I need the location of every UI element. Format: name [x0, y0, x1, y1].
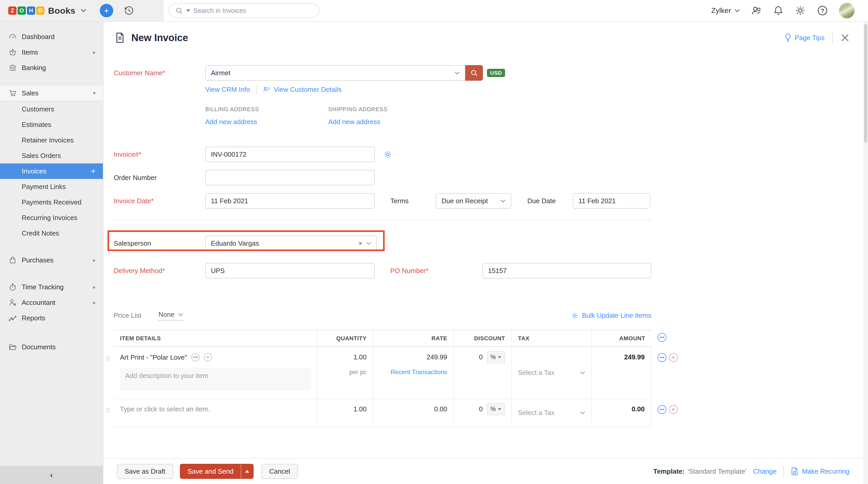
- drag-handle-icon[interactable]: ⠿: [105, 355, 110, 362]
- chevron-down-icon[interactable]: [81, 9, 86, 12]
- sidebar-item-payment-links[interactable]: Payment Links: [0, 179, 103, 194]
- drag-handle-icon[interactable]: ⠿: [105, 407, 110, 415]
- discount-value[interactable]: 0: [479, 405, 483, 413]
- sidebar-collapse-toggle[interactable]: ‹: [0, 466, 103, 484]
- tax-cell[interactable]: Select a Tax: [512, 399, 592, 427]
- sidebar-item-time-tracking[interactable]: Time Tracking ▸: [0, 279, 103, 295]
- quantity-value[interactable]: 1.00: [353, 405, 367, 413]
- save-as-draft-button[interactable]: Save as Draft: [117, 464, 173, 479]
- invoice-number-settings-gear-icon[interactable]: [383, 150, 392, 159]
- sidebar-item-recurring-invoices[interactable]: Recurring Invoices: [0, 210, 103, 225]
- sidebar-item-customers[interactable]: Customers: [0, 101, 103, 117]
- invoice-date-input[interactable]: [205, 193, 375, 209]
- customer-search-button[interactable]: [465, 65, 483, 81]
- po-number-label: PO Number*: [390, 267, 482, 275]
- view-crm-info-link[interactable]: View CRM Info: [205, 86, 250, 94]
- search-input[interactable]: [193, 7, 313, 14]
- bulk-update-line-items-link[interactable]: Bulk Update Line Items: [571, 311, 651, 320]
- help-icon[interactable]: ?: [817, 5, 828, 16]
- recent-transactions-link[interactable]: Recent Transactions: [391, 368, 447, 375]
- sidebar-item-retainer-invoices[interactable]: Retainer Invoices: [0, 132, 103, 148]
- make-recurring-link[interactable]: Make Recurring: [790, 467, 849, 476]
- invoice-form: Customer Name* Airmet USD View CRM Info …: [103, 65, 868, 427]
- order-number-input[interactable]: [205, 170, 375, 185]
- link-label: Add new address: [205, 118, 257, 126]
- sidebar-item-sales[interactable]: Sales ▾: [0, 85, 103, 101]
- sidebar-item-accountant[interactable]: Accountant ▸: [0, 295, 103, 310]
- users-icon[interactable]: [751, 5, 762, 16]
- row-delete-icon[interactable]: ×: [669, 405, 678, 414]
- discount-cell[interactable]: 0 %: [454, 347, 512, 398]
- chart-icon: [8, 313, 17, 323]
- discount-value[interactable]: 0: [479, 353, 483, 361]
- discount-cell[interactable]: 0 %: [454, 399, 512, 427]
- sidebar-item-reports[interactable]: Reports: [0, 310, 103, 326]
- vertical-scrollbar[interactable]: [863, 22, 868, 484]
- zoho-books-logo[interactable]: Z O H O Books: [8, 6, 86, 16]
- sidebar-item-dashboard[interactable]: Dashboard: [0, 29, 103, 44]
- scrollbar-thumb[interactable]: [864, 24, 867, 143]
- global-search[interactable]: [168, 3, 319, 18]
- more-options-icon[interactable]: •••: [658, 333, 666, 342]
- item-details-cell[interactable]: [114, 399, 317, 427]
- quantity-cell[interactable]: 1.00: [317, 399, 373, 427]
- invoice-number-input[interactable]: [205, 147, 375, 162]
- user-avatar[interactable]: [839, 3, 855, 18]
- quantity-value[interactable]: 1.00: [353, 353, 367, 361]
- logo-tile: O: [18, 6, 26, 15]
- price-list-select[interactable]: None: [158, 310, 183, 321]
- item-remove-icon[interactable]: ×: [204, 353, 212, 361]
- search-scope-caret-icon[interactable]: [186, 9, 190, 12]
- view-customer-details-link[interactable]: View Customer Details: [263, 86, 342, 94]
- due-date-input[interactable]: [573, 193, 650, 209]
- terms-select[interactable]: Due on Receipt: [436, 193, 511, 209]
- sidebar-item-purchases[interactable]: Purchases ▸: [0, 252, 103, 268]
- page-tips-link[interactable]: Page Tips: [784, 33, 825, 42]
- rate-cell[interactable]: 0.00: [373, 399, 454, 427]
- add-billing-address-link[interactable]: Add new address: [205, 118, 328, 126]
- add-shipping-address-link[interactable]: Add new address: [328, 118, 451, 126]
- item-name[interactable]: Art Print - "Polar Love": [120, 354, 187, 361]
- main-content: New Invoice Page Tips Customer Name* Air…: [103, 22, 868, 484]
- cancel-button[interactable]: Cancel: [261, 464, 298, 479]
- item-description-input[interactable]: [120, 368, 311, 390]
- close-icon[interactable]: [841, 33, 849, 42]
- row-more-icon[interactable]: •••: [658, 353, 666, 362]
- change-template-link[interactable]: Change: [753, 467, 776, 476]
- tax-cell[interactable]: Select a Tax: [512, 347, 592, 398]
- sidebar-item-payments-received[interactable]: Payments Received: [0, 194, 103, 210]
- sidebar-item-sales-orders[interactable]: Sales Orders: [0, 148, 103, 163]
- salesperson-select[interactable]: Eduardo Vargas ×: [205, 236, 377, 251]
- sidebar-item-banking[interactable]: Banking: [0, 60, 103, 75]
- item-more-icon[interactable]: •••: [191, 353, 199, 361]
- org-switcher[interactable]: Zylker: [711, 6, 740, 15]
- plus-icon[interactable]: +: [91, 167, 96, 176]
- save-and-send-button[interactable]: Save and Send: [180, 464, 241, 479]
- sidebar-item-documents[interactable]: Documents: [0, 339, 103, 355]
- discount-unit-select[interactable]: %: [487, 403, 505, 415]
- row-actions: ••• ×: [658, 405, 678, 414]
- item-select-input[interactable]: [120, 405, 290, 413]
- rate-cell[interactable]: 249.99 Recent Transactions: [373, 347, 454, 398]
- notifications-bell-icon[interactable]: [773, 5, 784, 16]
- row-delete-icon[interactable]: ×: [669, 353, 678, 362]
- item-details-cell[interactable]: Art Print - "Polar Love" ••• ×: [114, 347, 317, 398]
- discount-unit-select[interactable]: %: [487, 351, 505, 363]
- sidebar-item-label: Sales: [22, 89, 93, 97]
- customer-select[interactable]: Airmet: [205, 65, 465, 81]
- row-more-icon[interactable]: •••: [658, 405, 666, 414]
- quick-create-button[interactable]: +: [100, 4, 113, 17]
- sidebar-item-credit-notes[interactable]: Credit Notes: [0, 225, 103, 241]
- delivery-method-input[interactable]: [205, 263, 375, 278]
- clear-icon[interactable]: ×: [359, 239, 363, 247]
- rate-value[interactable]: 0.00: [434, 405, 447, 413]
- sidebar-item-estimates[interactable]: Estimates: [0, 117, 103, 132]
- sidebar-item-items[interactable]: Items ▸: [0, 44, 103, 60]
- save-and-send-dropdown-toggle[interactable]: [241, 464, 254, 479]
- sidebar-item-invoices[interactable]: Invoices +: [0, 163, 103, 179]
- quantity-cell[interactable]: 1.00 per pc: [317, 347, 373, 398]
- settings-gear-icon[interactable]: [795, 5, 806, 16]
- po-number-input[interactable]: [482, 263, 651, 278]
- recent-history-icon[interactable]: [124, 5, 134, 16]
- rate-value[interactable]: 249.99: [427, 353, 447, 361]
